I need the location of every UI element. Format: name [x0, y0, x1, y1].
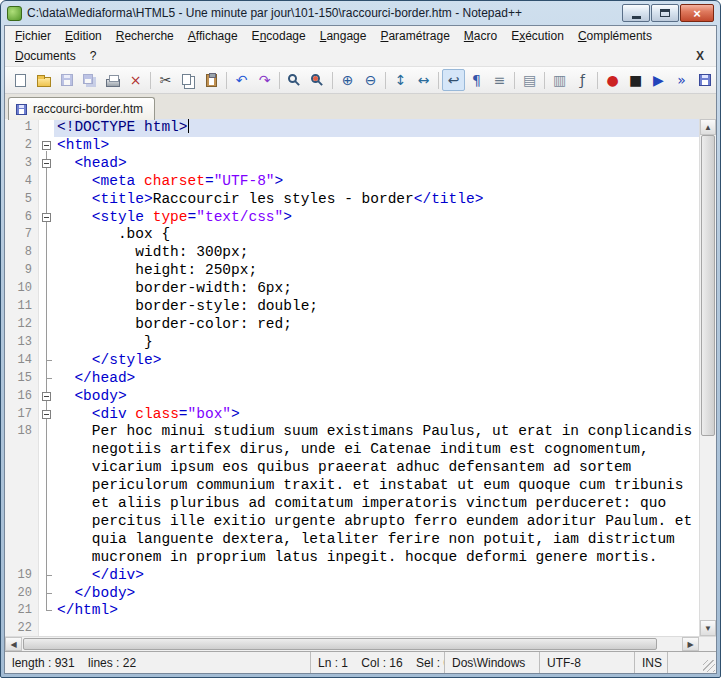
close-file-icon[interactable]: × [124, 69, 147, 91]
code-line: 18Per hoc minui studium suum existimans … [5, 423, 699, 566]
find-icon[interactable] [283, 69, 306, 91]
scroll-left-arrow[interactable]: ◀ [5, 637, 22, 651]
run-macro-multiple-icon[interactable]: » [670, 69, 693, 91]
document-map-icon[interactable]: ▥ [548, 69, 571, 91]
code-line-text[interactable] [54, 620, 699, 636]
zoom-out-icon[interactable]: ⊖ [359, 69, 382, 91]
save-file-icon[interactable] [55, 69, 78, 91]
line-number: 5 [5, 191, 39, 209]
toolbar-separator [385, 72, 386, 89]
tab-raccourci-border-htm[interactable]: raccourci-border.htm [8, 97, 155, 120]
save-macro-icon[interactable] [693, 69, 716, 91]
code-line-text[interactable]: width: 300px; [54, 244, 699, 262]
fold-margin [39, 244, 54, 262]
code-line-text[interactable]: border-color: red; [54, 316, 699, 334]
stop-macro-icon-glyph: ■ [629, 73, 642, 87]
new-file-icon[interactable] [9, 69, 32, 91]
undo-icon[interactable]: ↶ [230, 69, 253, 91]
code-line-text[interactable]: } [54, 334, 699, 352]
menu-item-affichage[interactable]: Affichage [181, 27, 245, 45]
menu-item-encodage[interactable]: Encodage [245, 27, 313, 45]
menu-item-fichier[interactable]: Fichier [8, 27, 58, 45]
code-editor-area[interactable]: 1<!DOCTYPE html>2<html>3 <head>4 <meta c… [5, 119, 699, 636]
menu-item-recherche[interactable]: Recherche [109, 27, 181, 45]
horizontal-scrollbar[interactable]: ◀ ▶ [5, 637, 699, 651]
menu-item-help[interactable]: ? [83, 47, 104, 65]
code-line-text[interactable]: .box { [54, 226, 699, 244]
print-icon[interactable] [101, 69, 124, 91]
menu-item-langage[interactable]: Langage [313, 27, 374, 45]
code-line-text[interactable]: </body> [54, 585, 699, 603]
sync-horizontal-scroll-icon[interactable]: ↔ [412, 69, 435, 91]
code-line: 20 </body> [5, 585, 699, 603]
play-macro-icon[interactable]: ▶ [647, 69, 670, 91]
horizontal-scroll-track[interactable] [22, 637, 682, 651]
code-line-text[interactable]: <head> [54, 155, 699, 173]
close-file-icon-glyph: × [130, 73, 142, 87]
copy-icon[interactable] [177, 69, 200, 91]
replace-icon[interactable] [306, 69, 329, 91]
menu-item-documents[interactable]: Documents [8, 47, 83, 65]
cut-icon[interactable]: ✂ [154, 69, 177, 91]
close-button[interactable]: × [680, 4, 714, 22]
vertical-scrollbar[interactable]: ▲ ▼ [699, 119, 716, 636]
code-line-text[interactable]: Per hoc minui studium suum existimans Pa… [54, 423, 699, 566]
stop-macro-icon[interactable]: ■ [624, 69, 647, 91]
open-file-icon[interactable] [32, 69, 55, 91]
user-defined-language-icon[interactable]: ▤ [518, 69, 541, 91]
redo-icon[interactable]: ↷ [253, 69, 276, 91]
maximize-button[interactable] [651, 4, 679, 22]
status-eol-format: Dos\Windows [445, 652, 540, 673]
fold-toggle-icon[interactable] [42, 213, 51, 222]
fold-corner [46, 378, 52, 379]
resize-grip[interactable] [668, 652, 716, 673]
code-line-text[interactable]: <html> [54, 137, 699, 155]
fold-toggle-icon[interactable] [42, 159, 51, 168]
code-line-text[interactable]: border-style: double; [54, 298, 699, 316]
paste-icon[interactable] [200, 69, 223, 91]
code-segment-text: border-width: 6px; [57, 280, 292, 296]
vertical-scroll-track[interactable] [700, 135, 716, 620]
scroll-right-arrow[interactable]: ▶ [682, 637, 699, 651]
menubar-close-button[interactable]: X [687, 48, 713, 64]
code-segment-value: "box" [188, 406, 232, 422]
vertical-scroll-thumb[interactable] [701, 135, 715, 436]
code-line-text[interactable]: <style type="text/css"> [54, 209, 699, 227]
sync-vertical-scroll-icon[interactable]: ↕ [389, 69, 412, 91]
word-wrap-icon[interactable]: ↩ [442, 69, 465, 91]
code-line-text[interactable]: <div class="box"> [54, 406, 699, 424]
menu-item-parametrage[interactable]: Paramétrage [373, 27, 456, 45]
code-line-text[interactable]: <title>Raccourcir les styles - border</t… [54, 191, 699, 209]
show-all-characters-icon[interactable]: ¶ [465, 69, 488, 91]
run-macro-multiple-icon-glyph: » [677, 73, 686, 87]
code-line-text[interactable]: <body> [54, 388, 699, 406]
save-all-icon[interactable] [78, 69, 101, 91]
fold-toggle-icon[interactable] [42, 410, 51, 419]
fold-toggle-icon[interactable] [42, 141, 51, 150]
title-bar[interactable]: C:\data\Mediaforma\HTML5 - Une minute pa… [4, 1, 717, 25]
record-macro-icon[interactable]: ● [601, 69, 624, 91]
code-line-text[interactable]: </style> [54, 352, 699, 370]
code-line-text[interactable]: </html> [54, 602, 699, 620]
code-line-text[interactable]: <!DOCTYPE html> [54, 119, 699, 137]
code-line-text[interactable]: height: 250px; [54, 262, 699, 280]
horizontal-scroll-thumb[interactable] [23, 638, 657, 650]
scroll-up-arrow[interactable]: ▲ [700, 119, 716, 135]
code-line-text[interactable]: </head> [54, 370, 699, 388]
function-list-icon[interactable]: ƒ [571, 69, 594, 91]
code-line-text[interactable]: </div> [54, 567, 699, 585]
menu-item-execution[interactable]: Exécution [504, 27, 571, 45]
menu-item-complements[interactable]: Compléments [571, 27, 659, 45]
indent-guide-icon[interactable]: ≡ [488, 69, 511, 91]
code-segment-tag: </title> [414, 191, 484, 207]
minimize-button[interactable] [622, 4, 650, 22]
scroll-down-arrow[interactable]: ▼ [700, 620, 716, 636]
code-line-text[interactable]: <meta charset="UTF-8"> [54, 173, 699, 191]
code-segment-tag: <meta [57, 173, 144, 189]
fold-toggle-icon[interactable] [42, 392, 51, 401]
code-segment-tag: <body> [57, 388, 127, 404]
zoom-in-icon[interactable]: ⊕ [336, 69, 359, 91]
menu-item-macro[interactable]: Macro [457, 27, 504, 45]
code-line-text[interactable]: border-width: 6px; [54, 280, 699, 298]
menu-item-edition[interactable]: Edition [58, 27, 109, 45]
